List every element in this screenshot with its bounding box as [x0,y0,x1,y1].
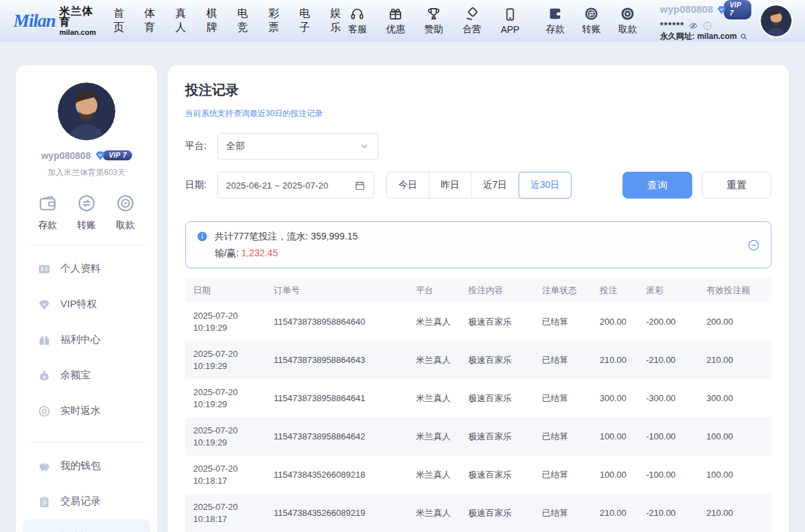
col-header-payout: 派彩 [637,284,697,297]
partnership-icon [464,6,480,21]
sidebar-item-wallet[interactable]: 我的钱包 [23,448,150,484]
clipboard-icon [38,495,51,509]
sidebar-item-profile[interactable]: 个人资料 [23,251,150,286]
promotions-button[interactable]: 优惠 [381,6,410,36]
partnership-label: 合营 [463,23,482,36]
piggy-bank-icon [38,460,51,473]
col-header-platform: 平台 [407,284,459,297]
reset-button[interactable]: 重置 [702,172,771,199]
sidebar-avatar[interactable] [58,83,115,140]
sidebar-vip-badge[interactable]: VIP 7 [95,150,132,161]
table-row[interactable]: 2025-07-2010:19:29 1154738738958864641 米… [185,379,771,417]
sidebar-item-label: 个人资料 [60,262,101,275]
cell-time: 10:18:17 [193,514,227,524]
money-pouch-icon [38,369,51,382]
nav-item[interactable]: 体育 [144,7,157,35]
sidebar-item-vip[interactable]: VIP特权 [23,286,150,322]
range-7days-button[interactable]: 近7日 [472,172,519,198]
cell-content: 极速百家乐 [459,392,533,405]
nav-item[interactable]: 娱乐 [330,7,343,35]
cell-status: 已结算 [533,431,590,443]
range-yesterday-button[interactable]: 昨日 [429,172,472,198]
cell-payout: -210.00 [637,508,697,518]
cell-status: 已结算 [533,469,590,481]
eye-off-icon[interactable] [688,21,698,31]
range-30days-button[interactable]: 近30日 [519,172,572,199]
logo-script-text: Milan [13,11,56,32]
date-range-input[interactable]: 2025-06-21 ~ 2025-07-20 [217,172,374,199]
table-row[interactable]: 2025-07-2010:19:29 1154738738958864642 米… [185,417,771,456]
vip-badge[interactable]: VIP 7 [716,0,751,19]
sidebar-item-bet-records[interactable]: 投注记录 [23,519,150,532]
cell-content: 极速百家乐 [459,469,533,481]
wallet-outline-icon [38,193,58,213]
platform-select[interactable]: 全部 [217,133,378,160]
platform-select-value: 全部 [226,140,359,152]
cell-date: 2025-07-20 [193,464,238,474]
nav-item[interactable]: 棋牌 [207,7,219,35]
sidebar-item-label: 余额宝 [60,369,91,382]
table-row[interactable]: 2025-07-2010:18:17 1154738435266089218 米… [185,456,771,494]
transfer-button[interactable]: 转账 [577,6,606,36]
sidebar-withdraw-button[interactable]: 取款 [115,193,136,231]
nav-item[interactable]: 彩票 [268,7,281,35]
summary-winloss-value: 1,232.45 [241,248,278,258]
nav-item[interactable]: 首页 [113,7,126,35]
summary-banner: 共计777笔投注，流水: 359,999.15 输/赢: 1,232.45 [185,221,771,268]
page-title: 投注记录 [185,81,771,99]
sidebar-item-yuebao[interactable]: 余额宝 [23,358,150,393]
sidebar-item-label: 实时返水 [60,405,101,417]
avatar-image [761,5,792,36]
sidebar-item-transactions[interactable]: 交易记录 [23,484,150,519]
bet-records-table: 日期 订单号 平台 投注内容 注单状态 投注 派彩 有效投注额 2025-07-… [185,278,771,532]
cell-date: 2025-07-20 [193,387,238,397]
collapse-icon[interactable] [747,239,760,252]
nav-item[interactable]: 真人 [175,7,188,35]
search-button[interactable]: 查询 [623,172,692,199]
join-days-label: 加入米兰体育第603天 [23,167,150,178]
cell-bet: 100.00 [590,431,637,441]
chevron-circle-icon[interactable] [702,21,712,31]
withdraw-icon [620,6,635,21]
table-row[interactable]: 2025-07-2010:18:17 1154738435266089219 米… [185,494,771,532]
sponsor-button[interactable]: 赞助 [419,6,448,36]
cell-bet: 200.00 [590,317,637,327]
withdraw-button[interactable]: 取款 [613,6,643,36]
cell-valid-bet: 100.00 [697,470,771,480]
table-row[interactable]: 2025-07-2010:19:29 1154738738958864643 米… [185,341,771,379]
customer-service-button[interactable]: 客服 [343,6,372,36]
user-avatar[interactable] [761,5,792,36]
cell-time: 10:19:29 [193,323,227,333]
masked-balance: ****** [660,20,684,31]
sidebar-transfer-button[interactable]: 转账 [76,193,97,231]
cell-platform: 米兰真人 [407,431,459,443]
col-header-content: 投注内容 [459,284,533,297]
magnifier-icon[interactable] [739,32,748,41]
partnership-button[interactable]: 合营 [458,6,486,36]
cell-time: 10:18:17 [193,476,227,486]
cell-platform: 米兰真人 [407,469,459,481]
cell-valid-bet: 210.00 [697,355,771,365]
site-logo[interactable]: Milan 米兰体育 milan.com [13,6,96,36]
withdraw-outline-icon [115,193,136,213]
range-today-button[interactable]: 今日 [387,172,429,198]
cell-date: 2025-07-20 [193,425,238,435]
cell-valid-bet: 100.00 [697,431,771,441]
sidebar-item-rebate[interactable]: 实时返水 [23,393,150,429]
bet-records-panel: 投注记录 当前系统支持查询最近30日的投注记录 平台: 全部 日期: 2025-… [168,65,789,532]
id-card-icon [38,262,51,276]
nav-item[interactable]: 电子 [299,7,312,35]
calendar-icon [354,180,366,191]
col-header-status: 注单状态 [533,284,590,297]
table-body: 2025-07-2010:19:29 1154738738958864640 米… [185,303,771,532]
sidebar-username: wyp080808 [41,150,91,161]
deposit-button[interactable]: 存款 [541,6,570,36]
sidebar-deposit-button[interactable]: 存款 [38,193,58,231]
table-row[interactable]: 2025-07-2010:19:29 1154738738958864640 米… [185,303,771,341]
divider [28,442,145,443]
sidebar-item-label: 我的钱包 [60,460,101,472]
sidebar-item-welfare[interactable]: 福利中心 [23,322,150,358]
cell-bet: 300.00 [590,393,637,403]
app-download-button[interactable]: APP [496,7,525,35]
nav-item[interactable]: 电竞 [237,7,250,35]
